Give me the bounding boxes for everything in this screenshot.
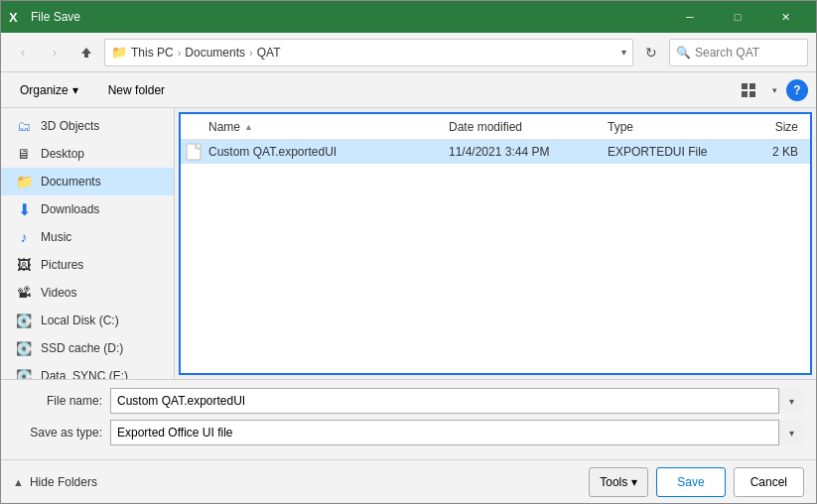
documents-icon: 📁	[15, 173, 33, 190]
3d-objects-icon: 🗂	[15, 117, 33, 135]
toolbar: Organize ▾ New folder ▾ ?	[1, 72, 816, 108]
svg-rect-1	[742, 83, 748, 89]
hide-folders-arrow-icon: ▲	[13, 476, 24, 488]
breadcrumb-sep-2: ›	[249, 47, 253, 59]
downloads-icon: ⬇	[15, 200, 33, 218]
sidebar-item-ssd-cache-label: SSD cache (D:)	[41, 341, 123, 355]
organize-button[interactable]: Organize ▾	[9, 77, 89, 103]
breadcrumb-folder-icon: 📁	[111, 45, 127, 60]
svg-rect-2	[749, 83, 755, 89]
sidebar-item-local-disk[interactable]: 💽 Local Disk (C:)	[1, 307, 174, 334]
sidebar-item-desktop-label: Desktop	[41, 147, 84, 161]
bottom-bar: ▲ Hide Folders Tools ▾ Save Cancel	[1, 459, 816, 503]
file-list-body: Custom QAT.exportedUI 11/4/2021 3:44 PM …	[181, 140, 810, 373]
music-icon: ♪	[15, 228, 33, 246]
sidebar-item-desktop[interactable]: 🖥 Desktop	[1, 140, 174, 168]
svg-rect-3	[742, 91, 748, 97]
sidebar-item-music-label: Music	[41, 230, 71, 244]
file-save-dialog: X File Save ─ □ ✕ ‹ › 📁 This PC › Docume…	[0, 0, 817, 504]
sidebar-item-documents[interactable]: 📁 Documents	[1, 168, 174, 195]
bottom-form: File name: ▾ Save as type: Exported Offi…	[1, 379, 816, 459]
sidebar-item-videos-label: Videos	[41, 286, 76, 300]
file-name-row: File name: ▾	[13, 388, 804, 414]
save-as-type-row: Save as type: Exported Office UI file ▾	[13, 420, 804, 445]
main-content: 🗂 3D Objects 🖥 Desktop 📁 Documents ⬇ Dow…	[1, 108, 816, 379]
sidebar-item-videos[interactable]: 📽 Videos	[1, 279, 174, 307]
column-date-modified[interactable]: Date modified	[449, 120, 608, 134]
new-folder-button[interactable]: New folder	[97, 77, 176, 103]
search-icon: 🔍	[676, 46, 691, 60]
file-name-cell: Custom QAT.exportedUI	[185, 143, 449, 161]
file-name: Custom QAT.exportedUI	[208, 145, 337, 159]
desktop-icon: 🖥	[15, 145, 33, 163]
breadcrumb-part-2: Documents	[185, 46, 245, 60]
file-row[interactable]: Custom QAT.exportedUI 11/4/2021 3:44 PM …	[181, 140, 810, 164]
pictures-icon: 🖼	[15, 256, 33, 274]
sidebar-item-3d-objects-label: 3D Objects	[41, 119, 99, 133]
sidebar-item-pictures-label: Pictures	[41, 258, 83, 272]
title-bar-controls: ─ □ ✕	[667, 1, 808, 33]
save-as-type-select[interactable]: Exported Office UI file	[110, 420, 804, 445]
view-arrow-button[interactable]: ▾	[766, 77, 782, 103]
sort-arrow-icon: ▲	[244, 122, 253, 132]
hide-folders-button[interactable]: ▲ Hide Folders	[13, 475, 97, 489]
tools-button[interactable]: Tools ▾	[589, 467, 648, 497]
file-name-input[interactable]	[110, 388, 804, 414]
file-name-dropdown-arrow[interactable]: ▾	[778, 388, 804, 414]
file-name-input-wrapper: ▾	[110, 388, 804, 414]
save-as-type-select-wrapper: Exported Office UI file ▾	[110, 420, 804, 445]
column-name[interactable]: Name ▲	[185, 120, 449, 134]
save-type-dropdown-arrow[interactable]: ▾	[778, 420, 804, 445]
sidebar-item-local-disk-label: Local Disk (C:)	[41, 314, 119, 327]
file-list-header: Name ▲ Date modified Type Size	[181, 114, 810, 140]
sidebar-item-data-sync[interactable]: 💽 Data_SYNC (E:)	[1, 362, 174, 379]
column-size[interactable]: Size	[737, 120, 806, 134]
help-button[interactable]: ?	[786, 79, 808, 101]
hide-folders-label: Hide Folders	[30, 475, 97, 489]
sidebar-item-3d-objects[interactable]: 🗂 3D Objects	[1, 112, 174, 140]
file-size: 2 KB	[737, 145, 806, 159]
sidebar: 🗂 3D Objects 🖥 Desktop 📁 Documents ⬇ Dow…	[1, 108, 175, 379]
search-bar[interactable]: 🔍	[669, 39, 808, 66]
nav-bar: ‹ › 📁 This PC › Documents › QAT ▾ ↻ 🔍	[1, 33, 816, 72]
save-as-type-label: Save as type:	[13, 426, 102, 440]
breadcrumb-part-3: QAT	[257, 46, 281, 60]
svg-rect-4	[749, 91, 755, 97]
breadcrumb-part-1: This PC	[131, 46, 174, 60]
file-list-container: Name ▲ Date modified Type Size	[179, 112, 812, 375]
maximize-button[interactable]: □	[715, 1, 760, 33]
toolbar-right: ▾ ?	[735, 77, 808, 103]
minimize-button[interactable]: ─	[667, 1, 713, 33]
cancel-button[interactable]: Cancel	[734, 467, 804, 497]
search-input[interactable]	[695, 46, 801, 60]
file-type: EXPORTEDUI File	[608, 145, 737, 159]
breadcrumb-sep-1: ›	[178, 47, 182, 59]
breadcrumb-bar[interactable]: 📁 This PC › Documents › QAT ▾	[104, 39, 633, 66]
app-icon: X	[9, 9, 25, 25]
save-button[interactable]: Save	[656, 467, 725, 497]
forward-button[interactable]: ›	[41, 39, 68, 66]
close-button[interactable]: ✕	[762, 1, 808, 33]
back-button[interactable]: ‹	[9, 39, 37, 66]
sidebar-item-data-sync-label: Data_SYNC (E:)	[41, 369, 128, 379]
sidebar-item-music[interactable]: ♪ Music	[1, 223, 174, 251]
svg-text:X: X	[9, 10, 18, 25]
file-date: 11/4/2021 3:44 PM	[449, 145, 608, 159]
file-name-label: File name:	[13, 394, 102, 408]
title-bar-text: File Save	[31, 10, 667, 24]
videos-icon: 📽	[15, 284, 33, 302]
sidebar-item-documents-label: Documents	[41, 175, 101, 189]
breadcrumb-dropdown-arrow[interactable]: ▾	[621, 47, 626, 58]
sidebar-item-downloads-label: Downloads	[41, 202, 99, 216]
view-button[interactable]	[735, 77, 762, 103]
up-button[interactable]	[72, 39, 100, 66]
sidebar-item-pictures[interactable]: 🖼 Pictures	[1, 251, 174, 279]
file-icon	[185, 143, 203, 161]
ssd-cache-icon: 💽	[15, 339, 33, 357]
sidebar-item-ssd-cache[interactable]: 💽 SSD cache (D:)	[1, 334, 174, 362]
refresh-button[interactable]: ↻	[637, 39, 665, 66]
bottom-right: Tools ▾ Save Cancel	[589, 467, 804, 497]
sidebar-item-downloads[interactable]: ⬇ Downloads	[1, 195, 174, 223]
column-type[interactable]: Type	[608, 120, 737, 134]
data-sync-icon: 💽	[15, 367, 33, 379]
